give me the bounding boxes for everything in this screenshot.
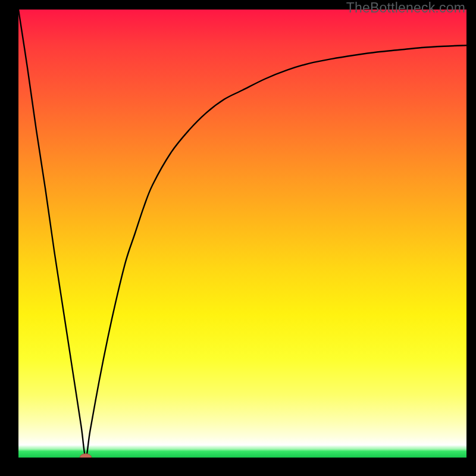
curve-layer xyxy=(18,10,466,458)
chart-frame: TheBottleneck.com xyxy=(0,0,476,476)
watermark-text: TheBottleneck.com xyxy=(346,0,465,16)
minimum-marker xyxy=(80,454,92,458)
bottleneck-curve xyxy=(18,10,466,458)
